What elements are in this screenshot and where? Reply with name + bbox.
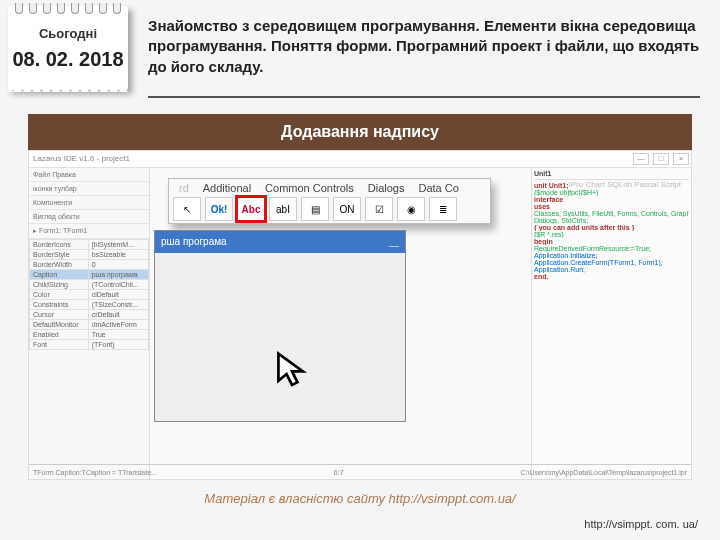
- window-buttons: — □ ×: [633, 153, 689, 165]
- ide-screenshot: Lazarus IDE v1.6 - project1 — □ × Файл П…: [28, 150, 692, 480]
- code-line: Dialogs, StdCtrls;: [534, 217, 689, 224]
- code-line: Application.Initialize;: [534, 252, 689, 259]
- footer-credit: Матеріал є власністю сайту http://vsimpp…: [0, 491, 720, 506]
- code-line: { you can add units after this }: [534, 224, 689, 231]
- tab-faded-left: rd: [175, 181, 193, 195]
- tab-dialogs[interactable]: Dialogs: [364, 181, 409, 195]
- maximize-icon[interactable]: □: [653, 153, 669, 165]
- status-left: TForm.Caption:TCaption = TTranslate...: [33, 469, 157, 476]
- footer-url: http://vsimppt. com. ua/: [584, 518, 698, 530]
- lesson-topic: Знайомство з середовищем програмування. …: [148, 16, 700, 77]
- status-right: C:\Users\my\AppData\Local\Temp\lazarus\p…: [520, 469, 687, 476]
- code-line: Application.Run;: [534, 266, 689, 273]
- property-row[interactable]: CursorcrDefault: [30, 310, 149, 320]
- tool-statictext[interactable]: abI: [269, 197, 297, 221]
- form-title-text: рша програма: [161, 236, 227, 247]
- code-line: Classes, SysUtils, FileUtil, Forms, Cont…: [534, 210, 689, 217]
- palette-tools: ↖ Ok! Abc abI ▤ ON ☑ ◉ ≣: [173, 197, 486, 221]
- tool-listbox-icon[interactable]: ≣: [429, 197, 457, 221]
- ide-titlebar: Lazarus IDE v1.6 - project1 — □ ×: [29, 151, 691, 168]
- minimize-icon[interactable]: —: [633, 153, 649, 165]
- close-icon[interactable]: ×: [673, 153, 689, 165]
- toolbar-blur: іконки тулбар: [29, 182, 149, 196]
- ide-title-text: Lazarus IDE v1.6 - project1: [33, 154, 130, 163]
- tool-radiobutton-icon[interactable]: ◉: [397, 197, 425, 221]
- status-bar: TForm.Caption:TCaption = TTranslate... 6…: [29, 464, 691, 479]
- today-label: Сьогодні: [8, 26, 128, 41]
- code-line: uses: [534, 203, 689, 210]
- form-designer[interactable]: рша програма —: [154, 230, 406, 422]
- property-row[interactable]: ColorclDefault: [30, 290, 149, 300]
- tab-common-controls[interactable]: Common Controls: [261, 181, 358, 195]
- property-row[interactable]: DefaultMonitordmActiveForm: [30, 320, 149, 330]
- components-label: Компоненти: [29, 196, 149, 210]
- paper-tear: [8, 86, 128, 92]
- tool-togglebox[interactable]: ON: [333, 197, 361, 221]
- source-editor[interactable]: Unit1 unit Unit1;{$mode objfpc}{$H+}inte…: [531, 168, 691, 480]
- object-tree-label: Вигляд обєкти: [29, 210, 149, 224]
- property-row[interactable]: ChildSizing(TControlChil...: [30, 280, 149, 290]
- tool-document-icon[interactable]: ▤: [301, 197, 329, 221]
- source-tab[interactable]: Unit1: [534, 170, 689, 180]
- code-line: begin: [534, 238, 689, 245]
- mouse-cursor-icon: [275, 351, 309, 389]
- menu-blur: Файл Правка: [29, 168, 149, 182]
- property-row[interactable]: Captionрша програма: [30, 270, 149, 280]
- property-grid[interactable]: BorderIcons[biSystemM...BorderStylebsSiz…: [29, 239, 149, 350]
- property-row[interactable]: Font(TFont): [30, 340, 149, 350]
- code-line: {$mode objfpc}{$H+}: [534, 189, 689, 196]
- form-titlebar: рша програма —: [155, 231, 405, 253]
- property-row[interactable]: Constraints(TSizeConstr...: [30, 300, 149, 310]
- property-row[interactable]: BorderStylebsSizeable: [30, 250, 149, 260]
- form-grid[interactable]: [155, 253, 405, 421]
- code-line: Application.CreateForm(TForm1, Form1);: [534, 259, 689, 266]
- tool-bitbtn[interactable]: Ok!: [205, 197, 233, 221]
- section-banner: Додавання надпису: [28, 114, 692, 150]
- left-panel: Файл Правка іконки тулбар Компоненти Виг…: [29, 168, 150, 480]
- palette-tabs-far: IPro Chart SQLdb Pascal Script: [569, 180, 682, 189]
- tab-data[interactable]: Data Co: [414, 181, 462, 195]
- code-line: end.: [534, 273, 689, 280]
- date-notepad: Сьогодні 08. 02. 2018: [8, 6, 128, 90]
- component-palette-popup: rd Additional Common Controls Dialogs Da…: [168, 178, 491, 224]
- code-line: {$R *.res}: [534, 231, 689, 238]
- property-row[interactable]: EnabledTrue: [30, 330, 149, 340]
- property-row[interactable]: BorderWidth0: [30, 260, 149, 270]
- tab-additional[interactable]: Additional: [199, 181, 255, 195]
- center-area: rd Additional Common Controls Dialogs Da…: [150, 168, 531, 480]
- tool-label-selected[interactable]: Abc: [237, 197, 265, 221]
- palette-tabs: rd Additional Common Controls Dialogs Da…: [173, 179, 486, 197]
- spiral-binding: [8, 3, 128, 13]
- date-value: 08. 02. 2018: [8, 48, 128, 71]
- status-mid: 6:7: [334, 469, 344, 476]
- code-line: interface: [534, 196, 689, 203]
- tool-checkbox-icon[interactable]: ☑: [365, 197, 393, 221]
- tool-cursor-icon[interactable]: ↖: [173, 197, 201, 221]
- horizontal-rule: [148, 96, 700, 98]
- code-line: RequireDerivedFormResource:=True;: [534, 245, 689, 252]
- property-row[interactable]: BorderIcons[biSystemM...: [30, 240, 149, 250]
- object-tree-node[interactable]: ▸ Form1: TForm1: [29, 224, 149, 239]
